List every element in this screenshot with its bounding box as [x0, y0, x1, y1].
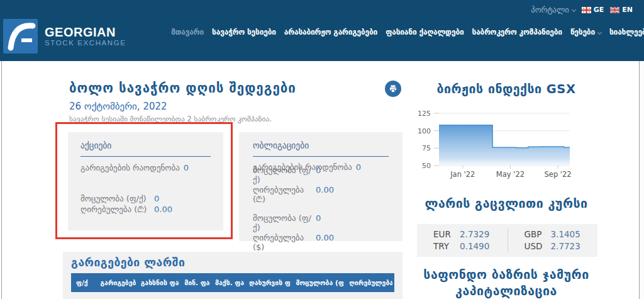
gsx-chart: 1251007550Jan '22May '22Sep '22: [414, 104, 572, 181]
rate-row-gbp: GBP 3.1405: [525, 228, 598, 240]
chevron-down-icon: [572, 8, 576, 12]
print-button[interactable]: [385, 81, 401, 97]
bonds-volume-row: მოცულობა (ფ/ქ) 0: [253, 166, 389, 184]
bonds-value-value: 0.00: [316, 233, 334, 252]
logo[interactable]: GEORGIAN STOCK EXCHANGE: [3, 19, 126, 54]
svg-text:125: 125: [418, 110, 431, 118]
rate-code: EUR: [433, 228, 460, 240]
deals-table-section: გარიგებები ლარში ფ/ქ გარიგებები გახსნის …: [63, 252, 402, 299]
portal-label: პორტალი: [531, 5, 569, 14]
svg-text:Jan '22: Jan '22: [450, 170, 475, 179]
rate-value: 0.1490: [460, 240, 489, 252]
nav-item-rules[interactable]: წესები: [570, 28, 601, 37]
bonds-volume-row: მოცულობა (ფ/ქ) 0: [253, 213, 389, 232]
svg-text:50: 50: [422, 162, 431, 170]
lang-switch-ge[interactable]: GE: [582, 6, 604, 14]
top-utility-bar: პორტალი GE: [531, 5, 633, 14]
nav-item-otc-deals[interactable]: არასაბირჟო გარიგებები: [284, 28, 377, 37]
bonds-value-label: ღირებულება ($): [253, 233, 316, 252]
page-left-border: [1, 61, 2, 299]
svg-text:75: 75: [422, 144, 431, 152]
table-col-header: დახურვის ფასი: [244, 279, 291, 286]
bonds-volume-label: მოცულობა (ფ/ქ): [253, 213, 316, 232]
bonds-value-label: ღირებულება (₾): [253, 185, 316, 205]
lang-switch-en[interactable]: EN: [610, 6, 633, 14]
bonds-panel-title: ობლიგაციები: [253, 140, 389, 150]
scrollbar[interactable]: [639, 61, 644, 299]
table-col-header: გარიგებები: [96, 279, 136, 286]
stocks-value-value: 0.00: [154, 205, 172, 215]
bonds-volume-value: 0: [316, 213, 321, 232]
gse-logo-icon: [3, 19, 38, 54]
logo-text: GEORGIAN STOCK EXCHANGE: [45, 26, 126, 47]
stocks-volume-label: მოცულობა (ფ/ქ): [80, 194, 154, 203]
exchange-rate-title: ლარის გაცვლითი კურსი: [415, 196, 597, 211]
rates-column-right: GBP 3.1405 USD 2.7723: [508, 228, 598, 252]
bonds-panel: ობლიგაციები გარიგებების რაოდენობა 0 მოცუ…: [239, 132, 402, 241]
bonds-volume-label: მოცულობა (ფ/ქ): [253, 166, 316, 184]
nav-item-brokerage-companies[interactable]: საბროკერო კომპანიები: [472, 28, 562, 37]
stocks-value-row: ღირებულება (₾) 0.00: [80, 205, 211, 215]
nav-item-securities[interactable]: ფასიანი ქაღალდები: [386, 28, 464, 37]
rate-code: USD: [525, 240, 551, 252]
rate-row-eur: EUR 2.7329: [433, 228, 508, 240]
printer-icon: [389, 84, 397, 93]
nav-item-news-label: სიახლეები: [609, 28, 644, 37]
bonds-volume-value: 0: [316, 166, 321, 184]
stocks-volume-row: მოცულობა (ფ/ქ) 0: [80, 194, 211, 203]
nav-item-rules-label: წესები: [570, 28, 595, 37]
stocks-panel: აქციები გარიგებების რაოდენობა 0 მოცულობა…: [68, 132, 223, 230]
market-capitalization-title: საფონდო ბაზრის ჯამური კაპიტალიზაცია: [415, 267, 597, 299]
stocks-deals-label: გარიგებების რაოდენობა: [80, 163, 180, 172]
page: პორტალი GE: [0, 0, 644, 299]
georgia-flag-icon: [582, 7, 591, 13]
stocks-deals-count: გარიგებების რაოდენობა 0: [80, 163, 211, 172]
main-nav: მთავარი სავაჭრო სესიები არასაბირჟო გარიგ…: [171, 28, 644, 37]
deals-table-title: გარიგებები ლარში: [71, 256, 394, 269]
stocks-deals-value: 0: [184, 163, 189, 172]
portal-menu[interactable]: პორტალი: [531, 5, 575, 14]
chevron-down-icon: [597, 30, 602, 34]
table-col-header: ფ/ქ: [71, 279, 96, 286]
divider: [253, 156, 389, 157]
logo-line2: STOCK EXCHANGE: [45, 39, 126, 47]
logo-line1: GEORGIAN: [45, 26, 126, 39]
rate-code: GBP: [525, 228, 551, 240]
nav-item-home[interactable]: მთავარი: [171, 28, 204, 37]
rate-value: 3.1405: [551, 228, 580, 240]
gsx-index-title: ბირჟის ინდექსი GSX: [418, 82, 594, 96]
trading-date: 26 ოქტომბერი, 2022: [69, 101, 167, 112]
bonds-value-row: ღირებულება (₾) 0.00: [253, 185, 389, 205]
stocks-volume-value: 0: [154, 194, 159, 203]
nav-item-news[interactable]: სიახლეები: [609, 28, 644, 37]
svg-text:May '22: May '22: [496, 170, 525, 179]
divider: [80, 156, 211, 157]
rate-row-try: TRY 0.1490: [433, 240, 508, 252]
rate-value: 2.7723: [551, 240, 580, 252]
table-col-header: მინ. ფასი: [179, 279, 210, 286]
page-title: ბოლო სავაჭრო დღის შედეგები: [69, 81, 296, 96]
svg-text:100: 100: [418, 127, 431, 135]
bonds-deals-value: 0: [356, 162, 361, 172]
nav-item-trading-sessions[interactable]: სავაჭრო სესიები: [212, 28, 276, 37]
lang-ge-label: GE: [594, 6, 604, 14]
rate-code: TRY: [433, 240, 460, 252]
rates-column-left: EUR 2.7329 TRY 0.1490: [417, 228, 508, 252]
rate-value: 2.7329: [460, 228, 489, 240]
table-col-header: მოცულობა (ფ/ქ): [291, 279, 344, 286]
table-col-header: გახსნის ფასი: [136, 279, 179, 286]
uk-flag-icon: [610, 7, 619, 13]
exchange-rates-panel: EUR 2.7329 TRY 0.1490 GBP 3.1405 USD 2.7…: [417, 224, 597, 257]
table-col-header: მაქს. ფასი: [210, 279, 244, 286]
site-header: პორტალი GE: [0, 0, 644, 61]
svg-text:Sep '22: Sep '22: [545, 170, 572, 179]
gsx-chart-svg: 1251007550Jan '22May '22Sep '22: [414, 104, 572, 181]
deals-table-header-row: ფ/ქ გარიგებები გახსნის ფასი მინ. ფასი მა…: [71, 273, 394, 292]
stocks-value-label: ღირებულება (₾): [80, 205, 154, 215]
rate-row-usd: USD 2.7723: [525, 240, 598, 252]
stocks-panel-title: აქციები: [80, 140, 211, 150]
table-col-header: ღირებულება: [344, 279, 392, 286]
lang-en-label: EN: [622, 6, 633, 14]
bonds-value-value: 0.00: [316, 185, 334, 205]
bonds-value-row: ღირებულება ($) 0.00: [253, 233, 389, 252]
